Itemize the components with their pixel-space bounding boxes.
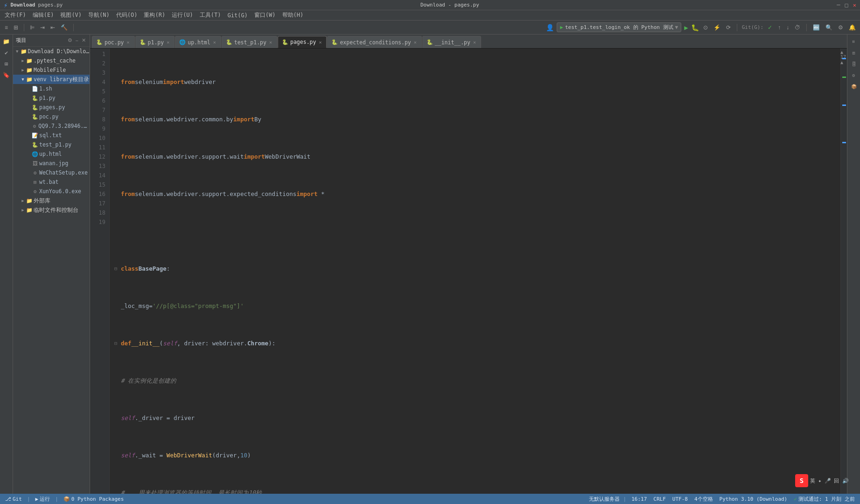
run-btn[interactable]: ▶ [684, 24, 688, 31]
status-cursor[interactable]: 16:17 [630, 496, 648, 502]
tree-pagespy[interactable]: 🐍 pages.py [13, 103, 90, 112]
status-encoding[interactable]: UTF-8 [671, 496, 689, 502]
tree-pocpy[interactable]: 🐍 poc.py [13, 112, 90, 121]
tree-wananjpg[interactable]: 🖼 wanan.jpg [13, 159, 90, 168]
watermark: S 英 ✦ 🎤 回 🔊 [795, 474, 849, 487]
build-btn[interactable]: 🔨 [59, 23, 70, 32]
right-icon-db[interactable]: 🗄 [849, 59, 859, 69]
tree-settings-btn[interactable]: ⚙ [67, 37, 73, 44]
tab-pocpy-close[interactable]: ✕ [126, 39, 131, 45]
status-test-result[interactable]: ✓ 测试通过: 1 片刻 之前 [792, 496, 856, 503]
tab-expectedpy[interactable]: 🐍 expected_conditions.py ✕ [327, 36, 421, 48]
status-run-item[interactable]: ▶ 运行 [34, 496, 52, 503]
menu-code[interactable]: 代码(O) [113, 10, 140, 20]
right-icon-run[interactable]: ≡ [849, 36, 859, 47]
status-python-ver[interactable]: Python 3.10 (Download) [718, 496, 789, 502]
menu-nav[interactable]: 导航(N) [85, 10, 112, 20]
tree-pytest-cache[interactable]: ▶ 📁 .pytest_cache [13, 56, 90, 65]
tree-collapse-btn[interactable]: − [75, 37, 79, 44]
status-git-item[interactable]: ⎇ Git [4, 496, 23, 502]
tree-testp1py[interactable]: 🐍 test_p1.py [13, 140, 90, 149]
user-icon[interactable]: 👤 [546, 24, 554, 31]
menu-edit[interactable]: 编辑(E) [30, 10, 57, 20]
tree-close-btn[interactable]: ✕ [81, 37, 87, 44]
right-icon-maven[interactable]: 📦 [849, 81, 859, 91]
tree-sqltxt[interactable]: 📝 sql.txt [13, 131, 90, 140]
menu-view[interactable]: 视图(V) [57, 10, 84, 20]
bookmark-btn[interactable]: ⊞ [12, 23, 20, 32]
code-line-8: ⊟ def __init__(self, driver: webdriver.C… [114, 339, 840, 348]
menu-refactor[interactable]: 重构(R) [141, 10, 168, 20]
tab-expectedpy-close[interactable]: ✕ [413, 39, 418, 45]
menu-tools[interactable]: 工具(T) [197, 10, 224, 20]
menu-run[interactable]: 运行(U) [169, 10, 196, 20]
tree-qq-exe[interactable]: ⚙ QQ9.7.3.28946.exe [13, 121, 90, 131]
debug-btn[interactable]: 🐛 [691, 24, 699, 31]
tree-mobilefile[interactable]: ▶ 📁 MobileFile [13, 65, 90, 75]
tab-testp1py[interactable]: 🐍 test_p1.py ✕ [222, 36, 277, 48]
tab-pocpy[interactable]: 🐍 poc.py ✕ [92, 36, 135, 48]
tab-initpy-close[interactable]: ✕ [472, 39, 477, 45]
translate-btn[interactable]: 🔤 [811, 23, 821, 32]
tree-wechat-exe[interactable]: ⚙ WeChatSetup.exe [13, 168, 90, 177]
status-indent[interactable]: 4个空格 [693, 496, 714, 503]
concurrency-btn[interactable]: ⟳ [725, 23, 732, 32]
menu-help[interactable]: 帮助(H) [280, 10, 307, 20]
fold-6[interactable]: ⊟ [114, 264, 121, 273]
align-left-btn[interactable]: ⊫ [28, 23, 36, 32]
tree-root[interactable]: ▼ 📁 Download D:\Download [13, 47, 90, 56]
status-crlf-label: CRLF [653, 496, 666, 502]
sidebar-structure-icon[interactable]: ⊞ [1, 59, 12, 69]
code-area[interactable]: from selenium import webdriver from sele… [110, 49, 840, 494]
right-icon-gradle[interactable]: ⚙ [849, 70, 859, 80]
maximize-btn[interactable]: □ [845, 2, 848, 8]
tab-expectedpy-label: expected_conditions.py [340, 39, 411, 46]
gutter-marker-1 [842, 58, 846, 59]
indent-btn[interactable]: ⇥ [38, 23, 47, 32]
menu-file[interactable]: 文件(F) [2, 10, 29, 20]
code-line-7: _loc_msg = '//p[@class="prompt-msg"]' [114, 301, 840, 311]
git-history-btn[interactable]: ⏱ [793, 23, 802, 32]
file-tree-content: ▼ 📁 Download D:\Download ▶ 📁 .pytest_cac… [13, 47, 90, 504]
tree-venv[interactable]: ▼ 📁 venv library根目录 [13, 75, 90, 84]
tab-pagespy[interactable]: 🐍 pages.py ✕ [278, 36, 327, 48]
tree-ext-libs[interactable]: ▶ 📁 外部库 [13, 196, 90, 205]
notifications-btn[interactable]: 🔔 [847, 23, 857, 32]
tab-pagespy-close[interactable]: ✕ [318, 39, 322, 45]
git-pull-btn[interactable]: ↓ [785, 23, 790, 32]
coverage-btn[interactable]: ⊙ [702, 23, 709, 32]
profile-btn[interactable]: ⚡ [712, 23, 722, 32]
git-push-btn[interactable]: ↑ [776, 23, 782, 32]
right-icon-structure[interactable]: ⊞ [849, 48, 859, 58]
gutter-marker-4 [842, 142, 846, 143]
tree-p1py[interactable]: 🐍 p1.py [13, 93, 90, 103]
tree-1sh[interactable]: 📄 1.sh [13, 84, 90, 93]
status-crlf[interactable]: CRLF [652, 496, 667, 502]
sidebar-bookmark-icon[interactable]: 🔖 [1, 70, 12, 80]
fold-8[interactable]: ⊟ [114, 339, 121, 348]
tree-scratch[interactable]: ▶ 📁 临时文件和控制台 [13, 205, 90, 215]
tree-title: 项目 [16, 37, 26, 44]
tree-xunyou-exe[interactable]: ⚙ XunYou6.0.exe [13, 187, 90, 196]
project-tree-btn[interactable]: ≡ [3, 23, 10, 32]
tab-initpy[interactable]: 🐍 __init__.py ✕ [422, 36, 481, 48]
status-python-packages[interactable]: 📦 0 Python Packages [62, 496, 126, 502]
tab-testp1py-close[interactable]: ✕ [268, 39, 273, 45]
outdent-btn[interactable]: ⇤ [49, 23, 57, 32]
sidebar-commit-icon[interactable]: ✔ [1, 48, 12, 58]
git-check-btn[interactable]: ✓ [766, 23, 774, 32]
settings-btn[interactable]: ⚙ [837, 23, 845, 32]
sidebar-project-icon[interactable]: 📁 [1, 36, 12, 47]
tree-wtbat[interactable]: ⊞ wt.bat [13, 177, 90, 187]
run-config-selector[interactable]: ▶ test_p1.test_login_ok 的 Python 测试 ▼ [557, 22, 681, 32]
tree-uphtml[interactable]: 🌐 up.html [13, 149, 90, 159]
tab-uphtml-close[interactable]: ✕ [212, 39, 217, 45]
menu-window[interactable]: 窗口(W) [252, 10, 279, 20]
search-btn[interactable]: 🔍 [824, 23, 834, 32]
close-btn[interactable]: ✕ [853, 2, 856, 8]
menu-git[interactable]: Git(G) [225, 11, 251, 20]
tab-p1py-close[interactable]: ✕ [166, 39, 170, 45]
tab-uphtml[interactable]: 🌐 up.html ✕ [175, 36, 221, 48]
minimize-btn[interactable]: ─ [837, 2, 840, 8]
tab-p1py[interactable]: 🐍 p1.py ✕ [135, 36, 175, 48]
